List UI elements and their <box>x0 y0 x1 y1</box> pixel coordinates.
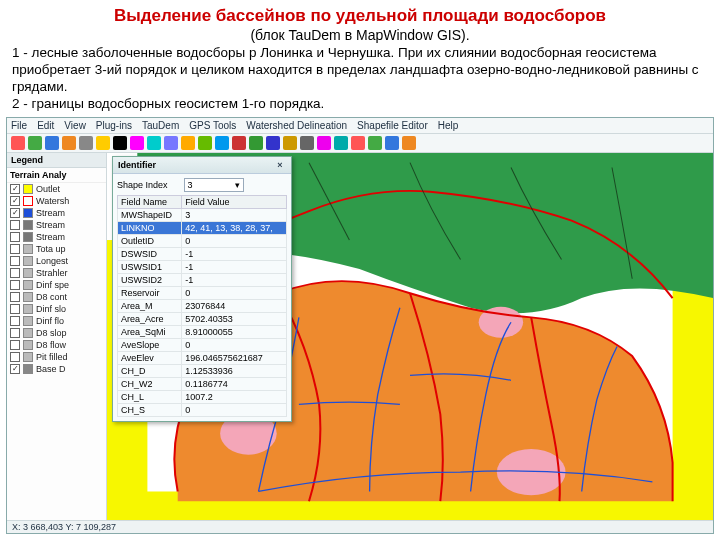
menu-plug-ins[interactable]: Plug-ins <box>96 120 132 131</box>
checkbox-icon[interactable] <box>10 316 20 326</box>
legend-item[interactable]: Dinf flo <box>7 315 106 327</box>
table-row[interactable]: OutletID0 <box>118 234 287 247</box>
checkbox-icon[interactable]: ✓ <box>10 208 20 218</box>
cell-field-name: USWSID2 <box>118 273 182 286</box>
toolbar-button-22[interactable] <box>385 136 399 150</box>
table-row[interactable]: DSWSID-1 <box>118 247 287 260</box>
menubar: FileEditViewPlug-insTauDemGPS ToolsWater… <box>7 118 713 134</box>
checkbox-icon[interactable] <box>10 220 20 230</box>
toolbar-button-12[interactable] <box>215 136 229 150</box>
checkbox-icon[interactable]: ✓ <box>10 364 20 374</box>
legend-item[interactable]: D8 cont <box>7 291 106 303</box>
table-row[interactable]: AveElev196.046575621687 <box>118 351 287 364</box>
legend-item-label: Stream <box>36 208 65 218</box>
toolbar-button-10[interactable] <box>181 136 195 150</box>
toolbar-button-7[interactable] <box>130 136 144 150</box>
checkbox-icon[interactable] <box>10 292 20 302</box>
layer-swatch <box>23 292 33 302</box>
menu-gps-tools[interactable]: GPS Tools <box>189 120 236 131</box>
identifier-title: Identifier <box>118 160 156 170</box>
toolbar-button-2[interactable] <box>45 136 59 150</box>
legend-item-label: D8 flow <box>36 340 66 350</box>
table-row[interactable]: Area_Acre5702.40353 <box>118 312 287 325</box>
legend-item[interactable]: ✓Watersh <box>7 195 106 207</box>
toolbar-button-21[interactable] <box>368 136 382 150</box>
checkbox-icon[interactable]: ✓ <box>10 184 20 194</box>
toolbar-button-0[interactable] <box>11 136 25 150</box>
layer-swatch <box>23 196 33 206</box>
menu-view[interactable]: View <box>64 120 86 131</box>
legend-item[interactable]: Dinf slo <box>7 303 106 315</box>
toolbar-button-15[interactable] <box>266 136 280 150</box>
menu-help[interactable]: Help <box>438 120 459 131</box>
menu-file[interactable]: File <box>11 120 27 131</box>
table-row[interactable]: Area_SqMi8.91000055 <box>118 325 287 338</box>
table-row[interactable]: CH_S0 <box>118 403 287 416</box>
menu-edit[interactable]: Edit <box>37 120 54 131</box>
toolbar-button-1[interactable] <box>28 136 42 150</box>
legend-item[interactable]: D8 slop <box>7 327 106 339</box>
checkbox-icon[interactable] <box>10 244 20 254</box>
close-icon[interactable]: × <box>274 159 286 171</box>
table-row[interactable]: CH_W20.1186774 <box>118 377 287 390</box>
legend-item[interactable]: Dinf spe <box>7 279 106 291</box>
toolbar-button-11[interactable] <box>198 136 212 150</box>
checkbox-icon[interactable] <box>10 340 20 350</box>
toolbar-button-16[interactable] <box>283 136 297 150</box>
legend-item[interactable]: Stream <box>7 231 106 243</box>
table-row[interactable]: AveSlope0 <box>118 338 287 351</box>
toolbar-button-14[interactable] <box>249 136 263 150</box>
toolbar-button-8[interactable] <box>147 136 161 150</box>
checkbox-icon[interactable] <box>10 352 20 362</box>
table-row[interactable]: USWSID1-1 <box>118 260 287 273</box>
checkbox-icon[interactable] <box>10 328 20 338</box>
toolbar-button-6[interactable] <box>113 136 127 150</box>
legend-item[interactable]: Tota up <box>7 243 106 255</box>
identifier-panel[interactable]: Identifier × Shape Index 3 ▾ Field Name … <box>112 156 292 422</box>
checkbox-icon[interactable]: ✓ <box>10 196 20 206</box>
toolbar-button-5[interactable] <box>96 136 110 150</box>
toolbar-button-3[interactable] <box>62 136 76 150</box>
layer-swatch <box>23 340 33 350</box>
toolbar <box>7 134 713 153</box>
toolbar-button-13[interactable] <box>232 136 246 150</box>
cell-field-value: 0 <box>182 403 287 416</box>
toolbar-button-4[interactable] <box>79 136 93 150</box>
checkbox-icon[interactable] <box>10 232 20 242</box>
legend-item[interactable]: Strahler <box>7 267 106 279</box>
legend-item[interactable]: Longest <box>7 255 106 267</box>
legend-item[interactable]: ✓Base D <box>7 363 106 375</box>
cell-field-name: USWSID1 <box>118 260 182 273</box>
menu-taudem[interactable]: TauDem <box>142 120 179 131</box>
table-row[interactable]: LINKNO42, 41, 13, 38, 28, 37, <box>118 221 287 234</box>
table-row[interactable]: CH_D1.12533936 <box>118 364 287 377</box>
toolbar-button-17[interactable] <box>300 136 314 150</box>
legend-item[interactable]: ✓Stream <box>7 207 106 219</box>
legend-group[interactable]: Terrain Analy <box>7 168 106 183</box>
checkbox-icon[interactable] <box>10 280 20 290</box>
legend-item[interactable]: ✓Outlet <box>7 183 106 195</box>
toolbar-button-19[interactable] <box>334 136 348 150</box>
slide-description: 1 - лесные заболоченные водосборы р Лони… <box>0 45 720 117</box>
checkbox-icon[interactable] <box>10 256 20 266</box>
table-row[interactable]: Reservoir0 <box>118 286 287 299</box>
legend-item[interactable]: D8 flow <box>7 339 106 351</box>
checkbox-icon[interactable] <box>10 304 20 314</box>
toolbar-button-20[interactable] <box>351 136 365 150</box>
checkbox-icon[interactable] <box>10 268 20 278</box>
table-row[interactable]: MWShapeID3 <box>118 208 287 221</box>
toolbar-button-18[interactable] <box>317 136 331 150</box>
legend-item[interactable]: Stream <box>7 219 106 231</box>
toolbar-button-9[interactable] <box>164 136 178 150</box>
menu-shapefile-editor[interactable]: Shapefile Editor <box>357 120 428 131</box>
shape-index-select[interactable]: 3 ▾ <box>184 178 244 192</box>
table-row[interactable]: CH_L1007.2 <box>118 390 287 403</box>
cell-field-value: 196.046575621687 <box>182 351 287 364</box>
menu-watershed-delineation[interactable]: Watershed Delineation <box>246 120 347 131</box>
toolbar-button-23[interactable] <box>402 136 416 150</box>
table-row[interactable]: USWSID2-1 <box>118 273 287 286</box>
legend-tab[interactable]: Legend <box>7 153 106 168</box>
legend-item[interactable]: Pit filled <box>7 351 106 363</box>
cell-field-value: 42, 41, 13, 38, 28, 37, <box>182 221 287 234</box>
table-row[interactable]: Area_M23076844 <box>118 299 287 312</box>
